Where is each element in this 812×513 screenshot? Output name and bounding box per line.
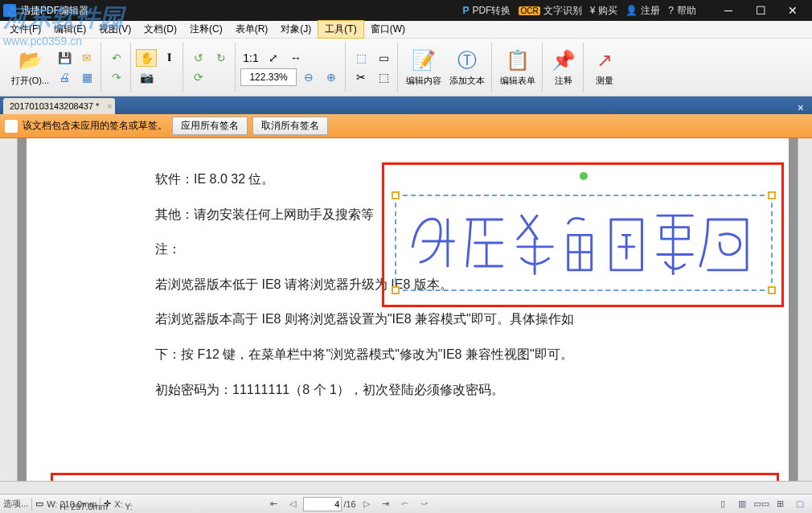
zoom-in-icon[interactable]: ⊕ — [321, 68, 342, 86]
toolbar: 📂打开(O)... 💾 🖨 ✉ ▦ ↶ ↷ ✋ 𝐈 📷 ↺ ↻ — [0, 39, 812, 96]
menu-object[interactable]: 对象(J) — [274, 21, 318, 38]
vertical-scrollbar[interactable] — [798, 138, 812, 481]
minimize-button[interactable]: ─ — [712, 0, 744, 21]
select-all-icon[interactable]: ⬚ — [351, 49, 371, 67]
edit-form-button[interactable]: 📋编辑表单 — [497, 46, 539, 88]
marquee-icon[interactable]: ⬚ — [373, 68, 394, 86]
menubar: 文件(F) 编辑(E) 视图(V) 文档(D) 注释(C) 表单(R) 对象(J… — [0, 21, 812, 39]
register-button[interactable]: 👤注册 — [625, 4, 660, 18]
menu-view[interactable]: 视图(V) — [92, 21, 137, 38]
page-size-icon: ▭ — [35, 499, 43, 509]
menu-doc[interactable]: 文档(D) — [137, 21, 183, 38]
hand-tool-icon[interactable]: ✋ — [136, 49, 157, 67]
notice-icon — [5, 120, 18, 133]
options-button[interactable]: 选项... — [3, 498, 28, 510]
pdf-page: 软件：IE 8.0 32 位。 其他：请勿安装任何上网助手及搜索等 注： 若浏览… — [27, 138, 789, 481]
menu-form[interactable]: 表单(R) — [229, 21, 275, 38]
cancel-signatures-button[interactable]: 取消所有签名 — [252, 117, 328, 135]
annotate-button[interactable]: 📌注释 — [547, 46, 580, 88]
tabbar: 20170103143208437 *× × — [0, 96, 812, 114]
horizontal-scrollbar[interactable] — [0, 481, 812, 494]
help-button[interactable]: ?帮助 — [668, 4, 696, 18]
snapshot-icon[interactable]: 📷 — [136, 68, 157, 86]
prev-page-icon[interactable]: ◁ — [284, 496, 301, 512]
open-button[interactable]: 📂打开(O)... — [8, 46, 52, 88]
zoom-out-icon[interactable]: ⊖ — [298, 68, 319, 86]
page-total: /16 — [343, 499, 355, 509]
titlebar: 迅捷PDF编辑器 PPDF转换 OCR文字识别 ¥购买 👤注册 ?帮助 ─ ☐ … — [0, 0, 812, 21]
next-view-icon[interactable]: ⤻ — [416, 496, 433, 512]
resize-handle-bl[interactable] — [392, 286, 400, 294]
fit-width-icon[interactable]: ↔ — [285, 49, 306, 67]
fit-page-icon[interactable]: ⤢ — [263, 49, 284, 67]
crop-icon[interactable]: ✂ — [351, 68, 371, 86]
app-icon — [3, 4, 16, 17]
doc-line: 初始密码为：11111111（8 个 1），初次登陆必须修改密码。 — [155, 380, 757, 400]
page-number-input[interactable] — [303, 497, 342, 511]
doc-line: 若浏览器版本高于 IE8 则将浏览器设置为"IE8 兼容模式"即可。具体操作如 — [155, 309, 757, 330]
notice-text: 该文档包含未应用的签名或草签。 — [23, 119, 167, 133]
pdf-convert-button[interactable]: PPDF转换 — [462, 4, 511, 18]
rotate-right-icon[interactable]: ↻ — [211, 49, 232, 67]
maximize-button[interactable]: ☐ — [744, 0, 777, 21]
menu-tool[interactable]: 工具(T) — [318, 20, 363, 39]
print-icon[interactable]: 🖨 — [54, 68, 75, 86]
document-tab[interactable]: 20170103143208437 *× — [3, 98, 115, 114]
signature-handwriting — [396, 196, 771, 289]
edit-content-button[interactable]: 📝编辑内容 — [403, 46, 445, 88]
doc-line: 下：按 F12 键，在菜单栏中将"浏览器模式"修改为"IE8 兼容性视图"即可。 — [155, 344, 757, 365]
facing-icon[interactable]: ▭▭ — [753, 496, 770, 512]
single-page-icon[interactable]: ▯ — [714, 496, 732, 512]
app-title: 迅捷PDF编辑器 — [21, 4, 462, 18]
menu-comment[interactable]: 注释(C) — [183, 21, 229, 38]
apply-signatures-button[interactable]: 应用所有签名 — [172, 117, 248, 135]
tab-close-icon[interactable]: × — [108, 102, 113, 111]
actual-size-icon[interactable]: 1:1 — [240, 49, 261, 67]
height-label: H: 297.0mm — [59, 502, 108, 511]
vertical-ruler — [0, 138, 18, 481]
continuous-icon[interactable]: ▥ — [733, 496, 751, 512]
ocr-button[interactable]: OCR文字识别 — [519, 4, 581, 18]
resize-handle-br[interactable] — [768, 286, 776, 294]
y-label: Y: — [125, 502, 133, 511]
scan-icon[interactable]: ▦ — [76, 68, 97, 86]
close-button[interactable]: ✕ — [777, 0, 809, 21]
signature-box[interactable] — [395, 195, 773, 291]
prev-view-icon[interactable]: ⤺ — [396, 496, 414, 512]
redo-icon[interactable]: ↷ — [106, 68, 127, 86]
email-icon[interactable]: ✉ — [76, 49, 97, 67]
highlight-box-bottom — [51, 473, 779, 481]
signature-notice: 该文档包含未应用的签名或草签。 应用所有签名 取消所有签名 — [0, 114, 812, 138]
buy-button[interactable]: ¥购买 — [590, 4, 618, 18]
rotate-left-icon[interactable]: ↺ — [188, 49, 209, 67]
refresh-icon[interactable]: ⟳ — [188, 68, 209, 86]
fullscreen-icon[interactable]: ▢ — [791, 496, 809, 512]
zoom-input[interactable] — [240, 68, 297, 86]
save-icon[interactable]: 💾 — [54, 49, 75, 67]
page-viewport[interactable]: 软件：IE 8.0 32 位。 其他：请勿安装任何上网助手及搜索等 注： 若浏览… — [18, 138, 798, 481]
next-page-icon[interactable]: ▷ — [358, 496, 375, 512]
text-select-icon[interactable]: 𝐈 — [158, 49, 179, 67]
tabbar-close-icon[interactable]: × — [793, 101, 809, 114]
first-page-icon[interactable]: ⇤ — [265, 496, 282, 512]
rotate-handle[interactable] — [580, 172, 588, 180]
resize-handle-tl[interactable] — [392, 191, 400, 199]
menu-file[interactable]: 文件(F) — [3, 21, 47, 38]
content-area: 软件：IE 8.0 32 位。 其他：请勿安装任何上网助手及搜索等 注： 若浏览… — [0, 138, 812, 481]
measure-button[interactable]: ↗测量 — [588, 46, 621, 88]
undo-icon[interactable]: ↶ — [106, 49, 127, 67]
menu-edit[interactable]: 编辑(E) — [47, 21, 92, 38]
resize-handle-tr[interactable] — [768, 191, 776, 199]
menu-window[interactable]: 窗口(W) — [364, 21, 412, 38]
last-page-icon[interactable]: ⇥ — [377, 496, 395, 512]
select-icon[interactable]: ▭ — [373, 49, 394, 67]
add-text-button[interactable]: Ⓣ添加文本 — [446, 46, 488, 88]
continuous-facing-icon[interactable]: ⊞ — [772, 496, 789, 512]
